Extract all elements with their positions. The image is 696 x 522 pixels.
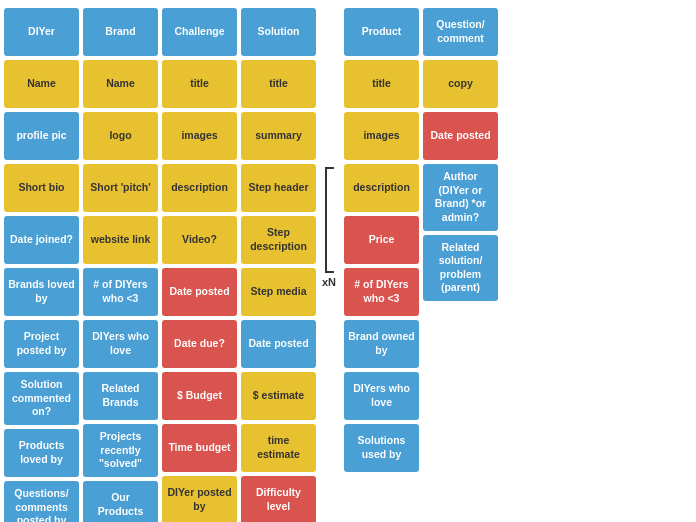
column-brand: Brand Name logo Short 'pitch' website li… [83, 8, 158, 522]
diyer-name: Name [4, 60, 79, 108]
product-images: images [344, 112, 419, 160]
product-header: Product [344, 8, 419, 56]
question-header: Question/ comment [423, 8, 498, 56]
solution-title: title [241, 60, 316, 108]
challenge-header: Challenge [162, 8, 237, 56]
challenge-images: images [162, 112, 237, 160]
product-solutions-used: Solutions used by [344, 424, 419, 472]
brand-diyers-count: # of DIYers who <3 [83, 268, 158, 316]
diyer-solution-commented: Solution commented on? [4, 372, 79, 425]
brand-related-brands: Related Brands [83, 372, 158, 420]
question-related-solution: Related solution/ problem (parent) [423, 235, 498, 302]
product-price: Price [344, 216, 419, 264]
brand-name: Name [83, 60, 158, 108]
brand-projects-solved: Projects recently "solved" [83, 424, 158, 477]
diyer-profile-pic: profile pic [4, 112, 79, 160]
column-question: Question/ comment copy Date posted Autho… [423, 8, 498, 301]
brand-website: website link [83, 216, 158, 264]
column-solution: Solution title summary Step header Step … [241, 8, 316, 522]
product-diyers-count: # of DIYers who <3 [344, 268, 419, 316]
challenge-time-budget: Time budget [162, 424, 237, 472]
diyer-date-joined: Date joined? [4, 216, 79, 264]
challenge-date-due: Date due? [162, 320, 237, 368]
solution-step-header: Step header [241, 164, 316, 212]
column-product: Product title images description Price #… [344, 8, 419, 472]
diyer-project-posted: Project posted by [4, 320, 79, 368]
product-diyers-love: DIYers who love [344, 372, 419, 420]
brand-header: Brand [83, 8, 158, 56]
challenge-video: Video? [162, 216, 237, 264]
solution-time-estimate: time estimate [241, 424, 316, 472]
challenge-description: description [162, 164, 237, 212]
solution-step-description: Step description [241, 216, 316, 264]
challenge-title: title [162, 60, 237, 108]
solution-estimate: $ estimate [241, 372, 316, 420]
solution-difficulty: Difficulty level [241, 476, 316, 522]
brand-diyers-love: DIYers who love [83, 320, 158, 368]
solution-summary: summary [241, 112, 316, 160]
solution-step-media: Step media [241, 268, 316, 316]
column-diyer: DIYer Name profile pic Short bio Date jo… [4, 8, 79, 522]
main-grid: DIYer Name profile pic Short bio Date jo… [0, 0, 696, 522]
column-challenge: Challenge title images description Video… [162, 8, 237, 522]
diyer-brands-loved: Brands loved by [4, 268, 79, 316]
product-brand-owned: Brand owned by [344, 320, 419, 368]
xn-bracket: xN [318, 8, 340, 288]
diyer-questions-posted: Questions/ comments posted by [4, 481, 79, 522]
solution-header: Solution [241, 8, 316, 56]
bracket-svg [320, 166, 338, 274]
brand-our-products: Our Products [83, 481, 158, 522]
solution-xn-group: Solution title summary Step header Step … [241, 8, 340, 522]
diyer-header: DIYer [4, 8, 79, 56]
brand-pitch: Short 'pitch' [83, 164, 158, 212]
challenge-date-posted: Date posted [162, 268, 237, 316]
diyer-products-loved: Products loved by [4, 429, 79, 477]
diyer-short-bio: Short bio [4, 164, 79, 212]
challenge-diyer-posted: DIYer posted by [162, 476, 237, 522]
question-author: Author (DIYer or Brand) *or admin? [423, 164, 498, 231]
brand-logo: logo [83, 112, 158, 160]
xn-label: xN [322, 276, 336, 288]
question-copy: copy [423, 60, 498, 108]
product-title: title [344, 60, 419, 108]
product-description: description [344, 164, 419, 212]
question-date-posted: Date posted [423, 112, 498, 160]
solution-date-posted: Date posted [241, 320, 316, 368]
challenge-budget: $ Budget [162, 372, 237, 420]
